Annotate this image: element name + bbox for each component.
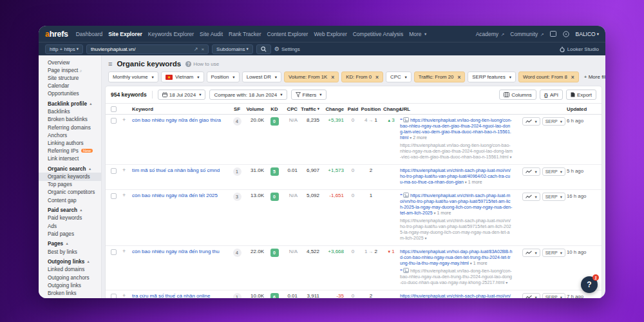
serp-features-count[interactable]: 4 [233, 249, 242, 257]
looker-studio-link[interactable]: Looker Studio [560, 46, 599, 52]
sidebar-item-ads[interactable]: Ads [39, 222, 101, 230]
sidebar-section-backlink-profile[interactable]: Backlink profile ▴ [39, 98, 101, 108]
sidebar-item-referring-ips[interactable]: Referring IPs New [39, 147, 101, 155]
sidebar-item-broken-links[interactable]: Broken links [39, 289, 101, 297]
serp-features-count[interactable]: 3 [233, 193, 242, 201]
serp-button[interactable]: SERP ▾ [542, 249, 565, 257]
sidebar-item-paid-pages[interactable]: Paid pages [39, 230, 101, 238]
sidebar-item-linking-authors[interactable]: Linking authors [39, 139, 101, 147]
sidebar-section-paid-search[interactable]: Paid search ▴ [39, 204, 101, 214]
row-checkbox[interactable] [111, 294, 117, 298]
select-all-checkbox[interactable] [111, 106, 117, 112]
filter-chip-lowest-dr[interactable]: Lowest DR▾ [242, 71, 281, 82]
result-url[interactable]: https://thuvienphapluat.vn/lao-dong-tien… [400, 142, 513, 160]
sidebar-item-broken-backlinks[interactable]: Broken backlinks [39, 116, 101, 124]
filter-chip-kd-from-0[interactable]: KD: From 0× [341, 71, 383, 82]
help-button[interactable]: ? 1 [581, 276, 598, 293]
serp-button[interactable]: SERP ▾ [542, 117, 565, 126]
keyword-link[interactable]: còn bao nhiêu ngày nữa đến trung thu [132, 249, 229, 254]
keyword-link[interactable]: còn bao nhiêu ngày nữa đến tết 2025 [132, 193, 229, 198]
nav-item-site-audit[interactable]: Site Audit [200, 31, 223, 37]
remove-filter-icon[interactable]: × [571, 74, 574, 80]
filter-chip-word-count-from-8[interactable]: Word count: From 8× [518, 71, 579, 82]
nav-link-community[interactable]: Community ↗ [510, 31, 544, 37]
account-menu[interactable]: BALICO▾ [576, 31, 599, 37]
help-circle-icon[interactable] [563, 30, 570, 37]
sidebar-item-page-inspect[interactable]: Page inspect ⌕ [39, 66, 101, 74]
sidebar-item-linked-domains[interactable]: Linked domains [39, 266, 101, 274]
filter-chip-vietnam[interactable]: ★Vietnam▾ [161, 71, 204, 82]
keyword-link[interactable]: còn bao nhiêu ngày nữa đến giao thừa [132, 117, 229, 123]
position-history-button[interactable]: ▾ [522, 117, 540, 126]
sidebar-item-organic-keywords[interactable]: Organic keywords [39, 173, 101, 180]
sidebar-section-organic-search[interactable]: Organic search ▴ [39, 163, 101, 173]
sidebar-section-outgoing-links[interactable]: Outgoing links ▴ [39, 256, 101, 266]
result-url[interactable]: https://thuvienphapluat.vn/chinh-sach-ph… [400, 167, 513, 185]
filter-chip-traffic-from-20[interactable]: Traffic: From 20× [414, 71, 466, 82]
remove-filter-icon[interactable]: × [457, 74, 460, 80]
sidebar-item-overview[interactable]: Overview [39, 59, 101, 66]
row-checkbox[interactable] [111, 118, 117, 124]
row-checkbox[interactable] [111, 193, 117, 199]
sidebar-item-outgoing-anchors[interactable]: Outgoing anchors [39, 274, 101, 281]
sidebar-section-pages[interactable]: Pages ▴ [39, 238, 101, 248]
more-filters-button[interactable]: + More filters [584, 74, 605, 80]
position-history-button[interactable]: ▾ [522, 193, 540, 201]
sidebar-item-calendar[interactable]: Calendar [39, 82, 101, 90]
nav-item-web-explorer[interactable]: Web Explorer [314, 31, 346, 37]
serp-features-count[interactable]: 4 [233, 117, 242, 126]
nav-item-rank-tracker[interactable]: Rank Tracker [229, 31, 261, 37]
nav-item-keywords-explorer[interactable]: Keywords Explorer [148, 31, 194, 37]
nav-item-site-explorer[interactable]: Site Explorer [108, 31, 142, 37]
row-checkbox[interactable] [111, 168, 117, 174]
position-history-button[interactable]: ▾ [522, 167, 540, 176]
nav-item-dashboard[interactable]: Dashboard [76, 31, 103, 37]
sidebar-item-content-gap[interactable]: Content gap [39, 196, 101, 204]
serp-features-count[interactable]: 1 [233, 167, 242, 176]
clear-url-icon[interactable]: × [201, 46, 204, 52]
export-button[interactable]: Export [566, 90, 596, 100]
filter-chip-cpc[interactable]: CPC▾ [386, 71, 412, 82]
nav-item-content-explorer[interactable]: Content Explorer [267, 31, 308, 37]
protocol-select[interactable]: http + https▾ [45, 44, 83, 54]
filter-chip-volume-from-1k[interactable]: Volume: From 1K× [284, 71, 339, 82]
target-url-input[interactable]: thuvienphapluat.vn/ ↗ × [86, 44, 209, 54]
menu-icon[interactable]: ≡ [108, 60, 112, 68]
result-url[interactable]: “https://thuvienphapluat.vn/lao-dong-tie… [400, 117, 513, 141]
date-picker-button[interactable]: 18 Jul 2024▾ [158, 90, 206, 100]
nav-item-more[interactable]: More ▾ [409, 31, 426, 37]
result-url[interactable]: “https://thuvienphapluat.vn/chinh-sach-p… [400, 193, 513, 216]
search-button[interactable] [256, 44, 271, 54]
compare-date-button[interactable]: Compare with: 18 Jun 2024▾ [209, 90, 287, 100]
sidebar-item-paid-keywords[interactable]: Paid keywords [39, 214, 101, 222]
filter-chip-serp-features[interactable]: SERP features▾ [468, 71, 516, 82]
sidebar-item-outgoing-links[interactable]: Outgoing links [39, 281, 101, 289]
sidebar-item-link-intersect[interactable]: Link intersect [39, 155, 101, 163]
result-url[interactable]: https://thuvienphapluat.vn/hoi-dap-phap-… [400, 249, 513, 267]
sidebar-item-backlinks[interactable]: Backlinks [39, 108, 101, 116]
keyword-link[interactable]: tra cứu mã số thuế cá nhân online [132, 293, 229, 298]
position-history-button[interactable]: ▾ [522, 293, 540, 298]
expand-row-icon[interactable]: + [122, 167, 131, 173]
result-url[interactable]: “https://thuvienphapluat.vn/lao-dong-tie… [400, 268, 513, 286]
sidebar-item-site-structure[interactable]: Site structure [39, 74, 101, 82]
col-traffic[interactable]: Traffic▾ [301, 106, 321, 112]
settings-button[interactable]: ⚙Settings [274, 46, 300, 52]
open-url-icon[interactable]: ↗ [194, 46, 198, 52]
serp-button[interactable]: SERP ▾ [542, 167, 565, 176]
serp-button[interactable]: SERP ▾ [542, 193, 565, 201]
filter-chip-position[interactable]: Position▾ [207, 71, 240, 82]
sidebar-item-best-by-links[interactable]: Best by links [39, 248, 101, 256]
serp-features-count[interactable]: 1 [233, 293, 242, 298]
expand-row-icon[interactable]: + [122, 193, 131, 198]
keyword-link[interactable]: tìm mã số thuế cá nhân bằng số cmnd [132, 167, 229, 173]
scope-select[interactable]: Subdomains▾ [212, 44, 253, 54]
sidebar-item-referring-domains[interactable]: Referring domains [39, 124, 101, 131]
remove-filter-icon[interactable]: × [375, 74, 379, 80]
serp-button[interactable]: SERP ▾ [542, 293, 565, 298]
nav-item-competitive-analysis[interactable]: Competitive Analysis [353, 31, 403, 37]
expand-row-icon[interactable]: + [122, 293, 131, 298]
api-button[interactable]: {}API [540, 90, 563, 100]
filter-chip-monthly-volume[interactable]: Monthly volume▾ [108, 71, 158, 82]
result-url[interactable]: https://thuvienphapluat.vn/chinh-sach-ph… [400, 293, 513, 298]
